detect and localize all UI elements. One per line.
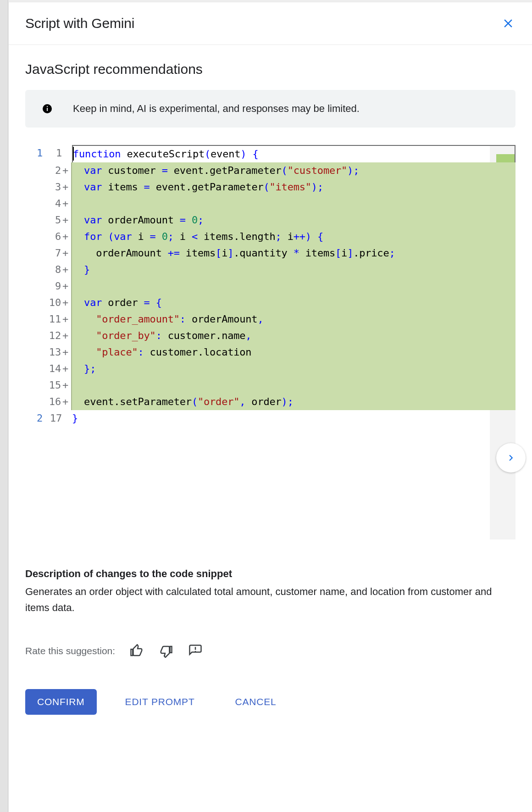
code-line: 12 "order_by": customer.name, (47, 328, 515, 344)
thumb-up-button[interactable] (129, 643, 144, 659)
outer-gutter (25, 344, 47, 361)
dialog: Script with Gemini JavaScript recommenda… (8, 2, 532, 812)
thumb-down-icon (159, 644, 173, 658)
code-line: 15 (47, 377, 515, 394)
section-title: JavaScript recommendations (25, 61, 515, 77)
code-cell: for (var i = 0; i < items.length; i++) { (72, 228, 515, 245)
code-cell: } (72, 261, 515, 278)
confirm-button[interactable]: CONFIRM (25, 689, 97, 715)
code-cell: } (72, 410, 515, 427)
info-notice: Keep in mind, AI is experimental, and re… (25, 90, 515, 128)
description-section: Description of changes to the code snipp… (25, 568, 515, 616)
code-cell: var orderAmount = 0; (72, 212, 515, 228)
dialog-content: JavaScript recommendations Keep in mind,… (9, 45, 532, 812)
chevron-right-icon (505, 452, 517, 464)
code-line: 14 }; (47, 361, 515, 377)
inner-gutter: 8 (47, 261, 72, 278)
outer-gutter: 2 (25, 410, 47, 427)
svg-rect-1 (47, 108, 48, 111)
code-cell: }; (72, 361, 515, 377)
code-cell: event.setParameter("order", order); (72, 394, 515, 410)
code-cell (72, 195, 515, 212)
inner-gutter: 3 (47, 179, 72, 195)
code-cell: var items = event.getParameter("items"); (72, 179, 515, 195)
code-cell: "order_by": customer.name, (72, 328, 515, 344)
inner-gutter: 15 (47, 377, 72, 394)
inner-gutter: 2 (47, 162, 72, 179)
code-line: 2 var customer = event.getParameter("cus… (47, 162, 515, 179)
code-line: 217} (47, 410, 515, 427)
inner-gutter: 1 (47, 145, 72, 162)
outer-gutter (25, 394, 47, 410)
dialog-title: Script with Gemini (25, 16, 134, 31)
outer-gutter (25, 295, 47, 311)
feedback-icon (188, 644, 202, 658)
code-cell: "order_amount": orderAmount, (72, 311, 515, 328)
outer-gutter (25, 179, 47, 195)
code-line: 10 var order = { (47, 295, 515, 311)
outer-gutter (25, 195, 47, 212)
code-cell (72, 377, 515, 394)
inner-gutter: 9 (47, 278, 72, 295)
inner-gutter: 13 (47, 344, 72, 361)
outer-gutter (25, 212, 47, 228)
code-line: 6 for (var i = 0; i < items.length; i++)… (47, 228, 515, 245)
code-line: 11 "order_amount": orderAmount, (47, 311, 515, 328)
code-line: 13 "place": customer.location (47, 344, 515, 361)
rate-row: Rate this suggestion: (25, 643, 515, 659)
outer-gutter (25, 361, 47, 377)
inner-gutter: 7 (47, 245, 72, 261)
inner-gutter: 12 (47, 328, 72, 344)
outer-gutter (25, 245, 47, 261)
thumb-down-button[interactable] (158, 643, 174, 659)
code-line: 16 event.setParameter("order", order); (47, 394, 515, 410)
button-row: CONFIRM EDIT PROMPT CANCEL (25, 689, 515, 715)
code-line: 4 (47, 195, 515, 212)
code-line: 8 } (47, 261, 515, 278)
code-cell: function executeScript(event) { (72, 145, 515, 162)
inner-gutter: 17 (47, 410, 72, 427)
description-heading: Description of changes to the code snipp… (25, 568, 515, 580)
inner-gutter: 11 (47, 311, 72, 328)
outer-gutter: 1 (25, 145, 47, 162)
code-line: 5 var orderAmount = 0; (47, 212, 515, 228)
code-cell: var order = { (72, 295, 515, 311)
outer-gutter (25, 261, 47, 278)
code-line: 11function executeScript(event) { (47, 145, 515, 162)
dialog-header: Script with Gemini (9, 2, 532, 45)
outer-gutter (25, 228, 47, 245)
code-cell: var customer = event.getParameter("custo… (72, 162, 515, 179)
inner-gutter: 6 (47, 228, 72, 245)
outer-gutter (25, 278, 47, 295)
outer-gutter (25, 328, 47, 344)
inner-gutter: 4 (47, 195, 72, 212)
outer-gutter (25, 162, 47, 179)
inner-gutter: 16 (47, 394, 72, 410)
next-recommendation-button[interactable] (496, 443, 526, 473)
code-line: 7 orderAmount += items[i].quantity * ite… (47, 245, 515, 261)
close-icon (501, 17, 515, 30)
cancel-button[interactable]: CANCEL (223, 689, 288, 715)
inner-gutter: 14 (47, 361, 72, 377)
inner-gutter: 5 (47, 212, 72, 228)
code-cell: "place": customer.location (72, 344, 515, 361)
description-body: Generates an order object with calculate… (25, 584, 515, 616)
backdrop (0, 0, 8, 812)
feedback-button[interactable] (188, 643, 203, 659)
outer-gutter (25, 377, 47, 394)
thumb-up-icon (130, 644, 144, 658)
info-notice-text: Keep in mind, AI is experimental, and re… (73, 103, 360, 115)
edit-prompt-button[interactable]: EDIT PROMPT (113, 689, 207, 715)
code-cell: orderAmount += items[i].quantity * items… (72, 245, 515, 261)
cursor (73, 147, 74, 161)
close-button[interactable] (498, 13, 518, 33)
svg-rect-3 (195, 647, 196, 650)
outer-gutter (25, 311, 47, 328)
code-diff-viewer[interactable]: 11function executeScript(event) {2 var c… (25, 143, 515, 427)
svg-rect-2 (47, 106, 48, 107)
code-line: 3 var items = event.getParameter("items"… (47, 179, 515, 195)
svg-rect-4 (195, 651, 196, 652)
info-icon (42, 103, 53, 114)
code-line: 9 (47, 278, 515, 295)
inner-gutter: 10 (47, 295, 72, 311)
